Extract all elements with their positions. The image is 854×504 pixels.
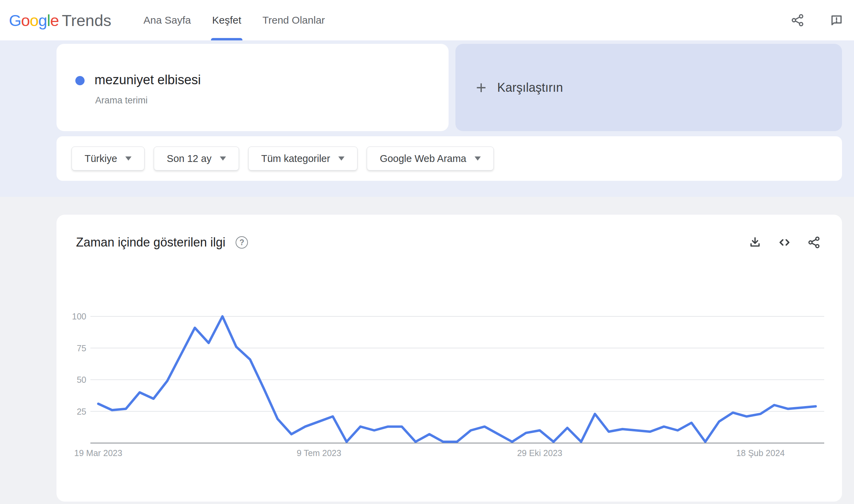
- svg-text:50: 50: [77, 375, 86, 385]
- chevron-down-icon: [125, 156, 131, 161]
- interest-over-time-chart[interactable]: 10075502519 Mar 20239 Tem 202329 Eki 202…: [56, 215, 842, 502]
- svg-text:75: 75: [77, 343, 86, 353]
- filter-search-type-dropdown[interactable]: Google Web Arama: [367, 147, 494, 171]
- chart-actions: [748, 236, 821, 249]
- filter-label: Türkiye: [85, 153, 117, 164]
- share-icon[interactable]: [807, 236, 821, 249]
- svg-text:100: 100: [72, 312, 86, 321]
- logo-letter: o: [30, 11, 38, 30]
- top-app-bar: G o o g l e Trends Ana Sayfa Keşfet Tren…: [0, 0, 854, 40]
- filter-pills: Türkiye Son 12 ay Tüm kategoriler Google…: [72, 147, 494, 171]
- logo-product-name: Trends: [62, 11, 112, 30]
- chevron-down-icon: [338, 156, 344, 161]
- search-term-text: mezuniyet elbisesi: [95, 73, 201, 87]
- logo-letter: l: [47, 11, 50, 30]
- compare-add-card[interactable]: + Karşılaştırın: [455, 44, 842, 131]
- filter-time-range-dropdown[interactable]: Son 12 ay: [154, 147, 239, 171]
- logo-letter: o: [21, 11, 30, 30]
- active-tab-indicator: [211, 38, 242, 40]
- filter-category-dropdown[interactable]: Tüm kategoriler: [248, 147, 357, 171]
- feedback-icon[interactable]: [829, 13, 844, 27]
- search-term-kind-label: Arama terimi: [95, 95, 148, 106]
- term-color-dot: [75, 76, 85, 85]
- google-trends-logo[interactable]: G o o g l e Trends: [9, 11, 111, 30]
- results-section: Zaman içinde gösterilen ilgi ?: [0, 197, 854, 504]
- nav-item-kesfet[interactable]: Keşfet: [212, 0, 241, 40]
- logo-letter: e: [50, 11, 59, 30]
- chart-title: Zaman içinde gösterilen ilgi: [76, 235, 225, 250]
- nav-item-label: Trend Olanlar: [263, 14, 325, 26]
- search-term-card[interactable]: mezuniyet elbisesi Arama terimi: [56, 44, 449, 131]
- share-icon[interactable]: [790, 13, 805, 27]
- download-icon[interactable]: [748, 236, 762, 249]
- logo-letter: G: [9, 11, 21, 30]
- chevron-down-icon: [475, 156, 481, 161]
- filter-label: Tüm kategoriler: [261, 153, 330, 164]
- filter-region-dropdown[interactable]: Türkiye: [72, 147, 145, 171]
- query-controls-section: mezuniyet elbisesi Arama terimi + Karşıl…: [0, 40, 854, 197]
- chart-card-header: Zaman içinde gösterilen ilgi ?: [76, 235, 821, 250]
- interest-over-time-card: Zaman içinde gösterilen ilgi ?: [56, 215, 842, 502]
- header-actions: [790, 13, 844, 27]
- main-nav: Ana Sayfa Keşfet Trend Olanlar: [143, 0, 325, 40]
- nav-item-trend-olanlar[interactable]: Trend Olanlar: [263, 0, 325, 40]
- nav-item-label: Keşfet: [212, 14, 241, 26]
- svg-text:19 Mar 2023: 19 Mar 2023: [74, 448, 122, 458]
- filter-label: Google Web Arama: [380, 153, 466, 164]
- nav-item-ana-sayfa[interactable]: Ana Sayfa: [143, 0, 191, 40]
- svg-text:9 Tem 2023: 9 Tem 2023: [297, 448, 341, 458]
- filter-label: Son 12 ay: [167, 153, 212, 164]
- nav-item-label: Ana Sayfa: [143, 14, 191, 26]
- help-icon[interactable]: ?: [236, 236, 248, 249]
- embed-icon[interactable]: [778, 236, 791, 249]
- logo-letter: g: [38, 11, 47, 30]
- google-trends-explore-page: { "header": { "logo": { "letters": [ {"c…: [0, 0, 854, 504]
- compare-label: Karşılaştırın: [497, 80, 563, 95]
- chevron-down-icon: [220, 156, 226, 161]
- svg-text:29 Eki 2023: 29 Eki 2023: [517, 448, 562, 458]
- plus-icon: +: [476, 77, 486, 98]
- svg-text:18 Şub 2024: 18 Şub 2024: [736, 448, 785, 458]
- svg-text:25: 25: [77, 407, 86, 416]
- filters-bar-card: Türkiye Son 12 ay Tüm kategoriler Google…: [56, 136, 842, 181]
